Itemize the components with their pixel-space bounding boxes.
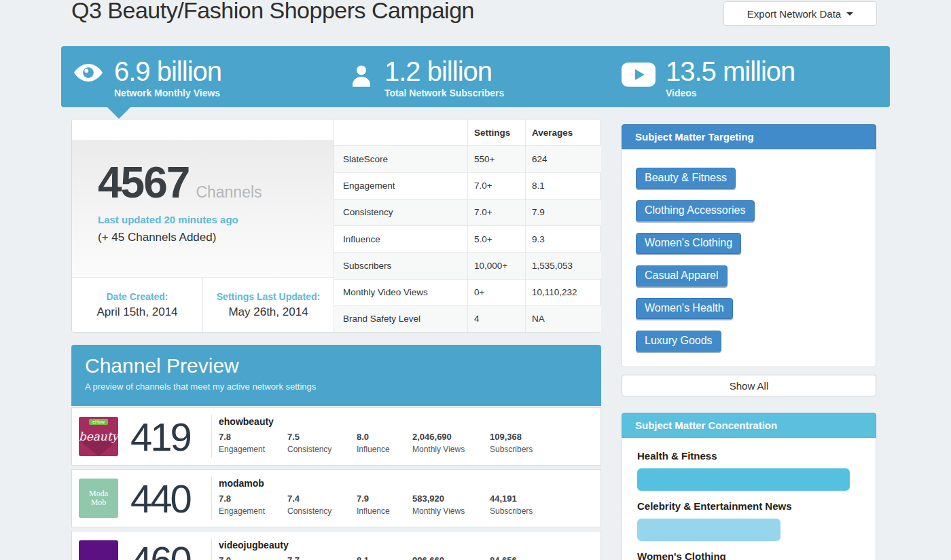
- stat-value: 1.2 billion: [384, 56, 504, 86]
- tag-womens-clothing[interactable]: Women's Clothing: [636, 233, 741, 254]
- stats-banner: 6.9 billion Network Monthly Views 1.2 bi…: [61, 46, 890, 107]
- bar-label-womens-clothing: Women's Clothing: [637, 550, 861, 560]
- stat-total-network-subscribers: 1.2 billion Total Network Subscribers: [348, 56, 504, 98]
- channel-count-area: 4567 Channels Last updated 20 minutes ag…: [72, 141, 334, 278]
- channel-row-ehowbeauty[interactable]: eHow beauty 419 ehowbeauty 7.8 Engagemen…: [71, 407, 601, 466]
- divider: [211, 415, 212, 458]
- metric-monthly-views: 583,920 Monthly Views: [412, 493, 465, 516]
- channel-count: 4567: [98, 161, 189, 204]
- tag-luxury-goods[interactable]: Luxury Goods: [636, 331, 721, 352]
- tag-beauty-fitness[interactable]: Beauty & Fitness: [636, 168, 736, 189]
- channel-row-modamob[interactable]: Moda Mob 440 modamob 7.8 Engagement 7.4 …: [71, 469, 601, 527]
- metric-influence: 8.0 Influence: [357, 432, 390, 454]
- date-created-label: Date Created:: [106, 291, 168, 302]
- metric-monthly-views: 2,046,690 Monthly Views: [412, 432, 465, 454]
- settings-updated-label: Settings Last Updated:: [217, 291, 320, 302]
- channel-slatescore: 460: [120, 531, 201, 560]
- settings-updated-value: May 26th, 2014: [228, 305, 308, 319]
- tag-clothing-accessories[interactable]: Clothing Accessories: [636, 200, 755, 221]
- stat-label: Network Monthly Views: [114, 88, 221, 98]
- export-button-label: Export Network Data: [747, 8, 841, 20]
- table-row-subscribers: Subscribers 10,000+ 1,535,053: [334, 253, 601, 279]
- date-created-cell: Date Created: April 15th, 2014: [72, 278, 202, 332]
- bar-celebrity-entertainment-news: [637, 519, 780, 541]
- banner-pointer-notch: [107, 107, 130, 119]
- eye-icon: [73, 62, 104, 86]
- person-icon: [348, 62, 374, 92]
- channel-slatescore: 440: [120, 470, 201, 528]
- stat-value: 6.9 billion: [114, 56, 221, 86]
- metric-monthly-views: 996,660 Monthly Views: [412, 555, 465, 560]
- settings-table: Settings Averages SlateScore 550+ 624 En…: [334, 119, 601, 332]
- video-play-icon: [622, 62, 656, 90]
- thumbnail-label: beauty: [79, 430, 118, 443]
- channel-row-videojugbeauty[interactable]: 460 videojugbeauty 7.0 Engagement 7.7 Co…: [71, 531, 601, 560]
- metric-influence: 8.1 Influence: [357, 555, 390, 560]
- channel-name[interactable]: modamob: [219, 478, 264, 489]
- metric-consistency: 7.4 Consistency: [287, 493, 331, 516]
- show-all-button[interactable]: Show All: [622, 375, 876, 396]
- metric-consistency: 7.7 Consistency: [287, 555, 331, 560]
- thumbnail-badge: eHow: [89, 419, 108, 425]
- tag-womens-health[interactable]: Women's Health: [636, 298, 733, 319]
- metric-engagement: 7.0 Engagement: [219, 555, 265, 560]
- caret-down-icon: [846, 12, 853, 16]
- metric-subscribers: 84,656 Subscribers: [490, 555, 533, 560]
- subject-matter-targeting-header: Subject Matter Targeting: [622, 124, 876, 149]
- channel-preview-title: Channel Preview: [85, 354, 601, 377]
- campaign-dashboard: Q3 Beauty/Fashion Shoppers Campaign Expo…: [0, 0, 951, 560]
- bar-health-fitness: [637, 468, 850, 491]
- settings-table-header: Settings Averages: [334, 119, 601, 146]
- bar-label-health-fitness: Health & Fitness: [637, 450, 861, 462]
- table-row-engagement: Engagement 7.0+ 8.1: [334, 173, 601, 200]
- targeting-tags-list: Beauty & Fitness Clothing Accessories Wo…: [622, 149, 876, 367]
- network-summary-card: 4567 Channels Last updated 20 minutes ag…: [71, 119, 601, 333]
- bar-label-celebrity-entertainment-news: Celebrity & Entertainment News: [637, 500, 861, 512]
- column-header-averages: Averages: [525, 119, 601, 145]
- metric-engagement: 7.8 Engagement: [219, 493, 265, 516]
- stat-label: Total Network Subscribers: [384, 88, 504, 98]
- column-header-settings: Settings: [467, 119, 525, 145]
- stat-videos: 13.5 million Videos: [622, 56, 795, 98]
- table-row-monthly-video-views: Monthly Video Views 0+ 10,110,232: [334, 280, 601, 306]
- settings-updated-cell: Settings Last Updated: May 26th, 2014: [202, 278, 334, 332]
- metric-influence: 7.9 Influence: [357, 493, 390, 516]
- subject-matter-concentration-header: Subject Matter Concentration: [622, 413, 876, 438]
- table-row-influence: Influence 5.0+ 9.3: [334, 226, 601, 253]
- table-row-brand-safety-level: Brand Safety Level 4 NA: [334, 306, 601, 332]
- channel-count-unit: Channels: [196, 183, 262, 202]
- date-cells: Date Created: April 15th, 2014 Settings …: [72, 277, 334, 332]
- channel-thumbnail: [79, 540, 118, 560]
- stat-label: Videos: [666, 88, 795, 98]
- channel-name[interactable]: ehowbeauty: [219, 416, 274, 427]
- metric-consistency: 7.5 Consistency: [287, 432, 331, 454]
- page-title: Q3 Beauty/Fashion Shoppers Campaign: [71, 0, 474, 24]
- metric-subscribers: 44,191 Subscribers: [490, 493, 533, 516]
- divider: [211, 538, 212, 560]
- channel-thumbnail: eHow beauty: [79, 417, 118, 456]
- concentration-bars: Health & Fitness Celebrity & Entertainme…: [622, 438, 876, 560]
- channel-slatescore: 419: [120, 408, 201, 466]
- metric-subscribers: 109,368 Subscribers: [490, 432, 533, 454]
- channel-preview-header: Channel Preview A preview of channels th…: [71, 345, 601, 406]
- date-created-value: April 15th, 2014: [96, 305, 177, 319]
- thumbnail-label: Moda Mob: [86, 489, 111, 507]
- last-updated-text: Last updated 20 minutes ago: [98, 214, 334, 225]
- stat-value: 13.5 million: [666, 56, 795, 86]
- channel-name[interactable]: videojugbeauty: [219, 540, 289, 550]
- divider: [211, 477, 212, 520]
- subject-matter-targeting-panel: Subject Matter Targeting Beauty & Fitnes…: [622, 124, 876, 367]
- channel-thumbnail: Moda Mob: [79, 479, 118, 518]
- subject-matter-concentration-panel: Subject Matter Concentration Health & Fi…: [622, 413, 876, 560]
- tag-casual-apparel[interactable]: Casual Apparel: [636, 265, 728, 286]
- channel-preview-subtitle: A preview of channels that meet my activ…: [85, 381, 601, 392]
- table-row-slatescore: SlateScore 550+ 624: [334, 146, 601, 172]
- metric-engagement: 7.8 Engagement: [219, 432, 265, 454]
- summary-top-strip: [72, 119, 334, 141]
- channels-added-text: (+ 45 Channels Added): [98, 231, 334, 244]
- table-row-consistency: Consistency 7.0+ 7.9: [334, 200, 601, 226]
- stat-network-monthly-views: 6.9 billion Network Monthly Views: [73, 56, 221, 98]
- export-network-data-button[interactable]: Export Network Data: [723, 1, 877, 26]
- channel-count-section: 4567 Channels Last updated 20 minutes ag…: [72, 119, 334, 332]
